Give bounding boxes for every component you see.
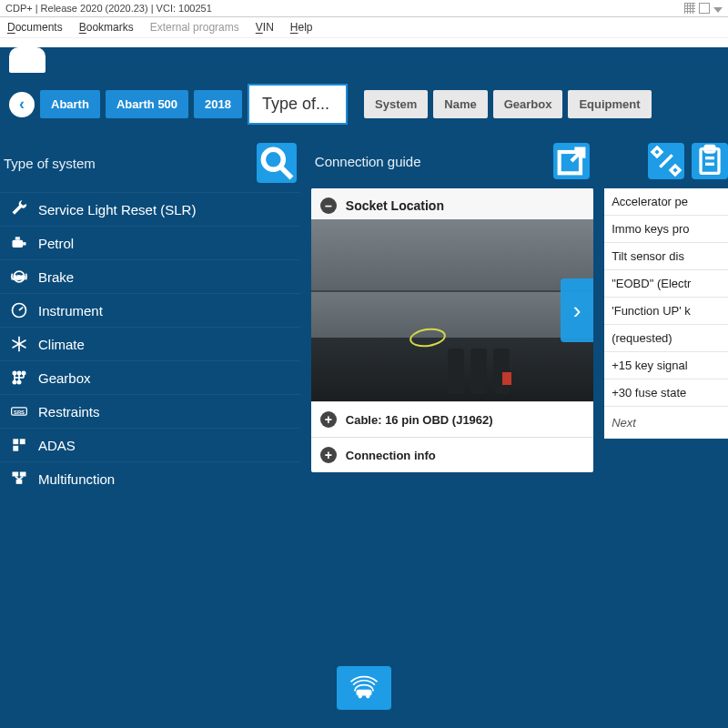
grey-equipment[interactable]: Equipment: [568, 90, 651, 118]
system-list: Service Light Reset (SLR) Petrol ABS Bra…: [0, 192, 300, 495]
caret-icon[interactable]: [713, 7, 723, 13]
titlebar: CDP+ | Release 2020 (2020.23) | VCI: 100…: [0, 0, 728, 17]
multifunction-icon: [9, 469, 29, 489]
left-title: Type of system: [4, 156, 96, 171]
svg-rect-4: [15, 237, 20, 239]
search-button[interactable]: [257, 143, 297, 183]
clipboard-icon: [692, 143, 728, 179]
chip-year[interactable]: 2018: [194, 90, 242, 118]
svg-line-30: [19, 477, 23, 480]
snowflake-icon: [9, 334, 29, 354]
svg-line-29: [15, 477, 19, 480]
photo-next-button[interactable]: ›: [561, 278, 593, 342]
gearbox-icon: [9, 368, 29, 388]
middle-column: Connection guide Socket Location ›: [311, 137, 593, 495]
brand-logo: [9, 47, 46, 73]
grey-gearbox[interactable]: Gearbox: [493, 90, 563, 118]
popout-icon: [553, 143, 590, 179]
conninfo-section[interactable]: Connection info: [311, 437, 593, 472]
window-controls: [684, 3, 723, 14]
sys-slr[interactable]: Service Light Reset (SLR): [0, 192, 300, 226]
engine-icon: [9, 233, 29, 253]
list-item[interactable]: +30 fuse state: [604, 379, 728, 407]
tools-button[interactable]: [648, 143, 684, 179]
list-item[interactable]: +15 key signal: [604, 352, 728, 379]
list-item[interactable]: "EOBD" (Electr: [604, 270, 728, 298]
list-item[interactable]: Accelerator pe: [604, 188, 728, 216]
socket-photo: ›: [311, 219, 593, 401]
tools-icon: [648, 143, 684, 179]
svg-rect-23: [13, 439, 18, 444]
adas-icon: [9, 435, 29, 455]
svg-text:ABS: ABS: [14, 275, 25, 280]
search-icon: [257, 143, 297, 183]
menu-documents[interactable]: DDocumentsocuments: [7, 21, 63, 34]
list-item[interactable]: Immo keys pro: [604, 216, 728, 243]
svg-rect-25: [13, 446, 18, 451]
list-next[interactable]: Next: [604, 407, 728, 439]
back-button[interactable]: ‹: [9, 92, 35, 117]
sys-gearbox[interactable]: Gearbox: [0, 360, 300, 394]
sys-climate[interactable]: Climate: [0, 327, 300, 360]
brake-icon: ABS: [9, 267, 29, 287]
menu-bookmarks[interactable]: Bookmarks: [79, 21, 134, 34]
svg-rect-26: [13, 472, 19, 477]
sys-instrument[interactable]: Instrument: [0, 293, 300, 327]
sys-adas[interactable]: ADAS: [0, 428, 300, 461]
svg-point-0: [263, 149, 283, 169]
type-field[interactable]: Type of...: [248, 84, 348, 125]
info-list: Accelerator pe Immo keys pro Tilt sensor…: [604, 188, 728, 439]
svg-rect-2: [13, 240, 24, 248]
menu-help[interactable]: Help: [290, 21, 313, 34]
window-title: CDP+ | Release 2020 (2020.23) | VCI: 100…: [5, 3, 212, 14]
left-column: Type of system Service Light Reset (SLR)…: [0, 137, 300, 495]
svg-point-37: [359, 694, 362, 698]
bottom-bar: [0, 666, 728, 710]
sys-multifunction[interactable]: Multifunction: [0, 461, 300, 495]
chip-brand[interactable]: Abarth: [40, 90, 100, 118]
vehicle-scan-button[interactable]: [337, 666, 391, 710]
wrench-icon: [9, 199, 29, 219]
gauge-icon: [9, 300, 29, 320]
expand-icon: [320, 411, 337, 428]
connection-guide-panel: Socket Location › Cable: 16 pin OBD (J19…: [311, 188, 593, 472]
content-columns: Type of system Service Light Reset (SLR)…: [0, 137, 728, 495]
svg-rect-36: [357, 690, 372, 696]
car-scan-icon: [349, 674, 379, 702]
collapse-icon: [320, 197, 337, 214]
popout-button[interactable]: [553, 143, 590, 179]
chip-model[interactable]: Abarth 500: [106, 90, 188, 118]
maximize-icon[interactable]: [699, 3, 710, 14]
svg-rect-27: [20, 472, 26, 477]
sys-restraints[interactable]: SRS Restraints: [0, 394, 300, 428]
breadcrumb-row: ‹ Abarth Abarth 500 2018 Type of... Syst…: [0, 80, 728, 137]
menubar: DDocumentsocuments Bookmarks External pr…: [0, 17, 728, 38]
svg-line-8: [19, 308, 23, 310]
socket-location-header[interactable]: Socket Location: [311, 188, 593, 219]
list-item[interactable]: (requested): [604, 325, 728, 352]
expand-icon: [320, 447, 337, 463]
list-item[interactable]: 'Function UP' k: [604, 298, 728, 325]
list-item[interactable]: Tilt sensor dis: [604, 243, 728, 270]
mid-title: Connection guide: [315, 154, 421, 169]
grid-icon[interactable]: [684, 3, 695, 14]
right-column: Accelerator pe Immo keys pro Tilt sensor…: [604, 137, 728, 495]
grey-system[interactable]: System: [364, 90, 428, 118]
svg-point-38: [366, 694, 369, 698]
svg-rect-24: [20, 439, 25, 444]
menu-external[interactable]: External programs: [150, 21, 239, 34]
svg-text:SRS: SRS: [14, 410, 25, 415]
clipboard-button[interactable]: [692, 143, 728, 179]
sys-brake[interactable]: ABS Brake: [0, 259, 300, 293]
svg-rect-28: [16, 480, 23, 484]
sys-petrol[interactable]: Petrol: [0, 226, 300, 259]
svg-rect-3: [23, 242, 25, 245]
main-area: ‹ Abarth Abarth 500 2018 Type of... Syst…: [0, 47, 728, 728]
cable-section[interactable]: Cable: 16 pin OBD (J1962): [311, 401, 593, 437]
menu-vin[interactable]: VIN: [256, 21, 274, 34]
grey-name[interactable]: Name: [433, 90, 487, 118]
srs-icon: SRS: [9, 401, 29, 421]
svg-line-1: [281, 168, 291, 178]
